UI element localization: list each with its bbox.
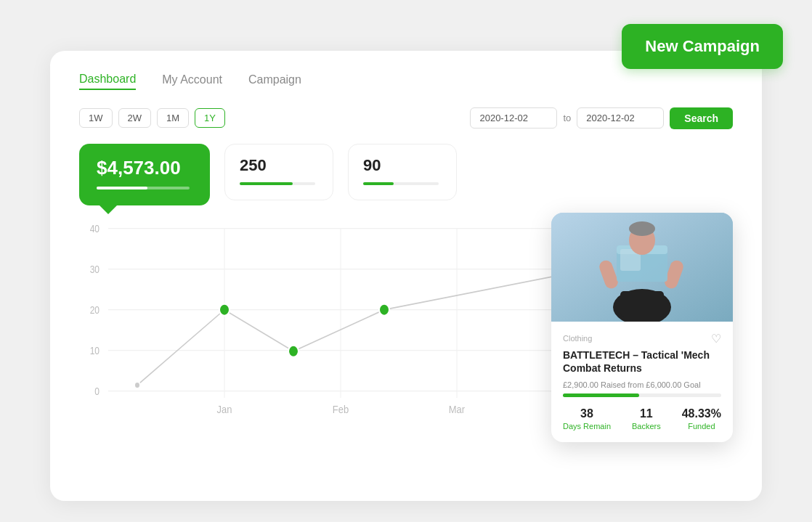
nav-my-account[interactable]: My Account [162, 73, 222, 89]
campaign-stats: 38 Days Remain 11 Backers 48.33% Funded [563, 407, 721, 431]
stat2-bar [363, 182, 439, 185]
time-btn-1m[interactable]: 1M [157, 108, 189, 128]
campaign-image [551, 213, 733, 322]
stat1-value: 250 [240, 156, 315, 175]
campaign-category: Clothing ♡ [563, 332, 721, 346]
date-from-input[interactable] [470, 107, 557, 129]
main-stat-card: $4,573.00 [79, 144, 210, 205]
stat2-bar-fill [363, 182, 394, 185]
svg-text:0: 0 [94, 386, 100, 397]
main-nav: Dashboard My Account Campaign [79, 73, 733, 90]
funded-label: Funded [682, 422, 721, 431]
svg-point-32 [629, 221, 655, 236]
stat-backers: 11 Backers [632, 407, 661, 431]
new-campaign-button[interactable]: New Campaign [622, 24, 783, 69]
stat-card-2: 90 [348, 144, 457, 200]
main-stat-bar [97, 187, 190, 189]
svg-point-17 [288, 345, 299, 356]
date-to-label: to [563, 113, 571, 123]
nav-dashboard[interactable]: Dashboard [79, 73, 136, 90]
person-illustration [551, 213, 733, 322]
svg-text:20: 20 [90, 304, 100, 316]
stat1-bar-fill [240, 182, 293, 185]
svg-text:Mar: Mar [449, 403, 466, 415]
campaign-body: Clothing ♡ BATTLETECH – Tactical 'Mech C… [551, 322, 733, 442]
main-stat-value: $4,573.00 [97, 157, 190, 179]
svg-text:40: 40 [90, 223, 100, 235]
heart-icon[interactable]: ♡ [711, 332, 721, 346]
nav-campaign[interactable]: Campaign [248, 73, 301, 89]
time-btn-1w[interactable]: 1W [79, 108, 113, 128]
svg-text:10: 10 [90, 345, 100, 356]
stat-card-1: 250 [224, 144, 333, 200]
search-button[interactable]: Search [670, 107, 733, 129]
funded-value: 48.33% [682, 407, 721, 420]
stat-days-remain: 38 Days Remain [563, 407, 611, 431]
stat2-value: 90 [363, 156, 439, 175]
backers-label: Backers [632, 422, 661, 431]
svg-point-15 [134, 381, 140, 388]
stats-row: $4,573.00 250 90 [79, 144, 733, 205]
svg-text:30: 30 [90, 264, 100, 275]
filter-row: 1W 2W 1M 1Y to Search [79, 107, 733, 129]
svg-text:Feb: Feb [333, 403, 349, 415]
progress-bar [563, 393, 721, 397]
backers-value: 11 [632, 407, 661, 420]
campaign-title: BATTLETECH – Tactical 'Mech Combat Retur… [563, 348, 721, 375]
campaign-popup-card: Clothing ♡ BATTLETECH – Tactical 'Mech C… [551, 213, 733, 442]
page-wrapper: New Campaign Dashboard My Account Campai… [15, 15, 797, 522]
svg-rect-33 [620, 291, 664, 317]
svg-point-18 [379, 303, 389, 315]
main-card: Dashboard My Account Campaign 1W 2W 1M 1… [50, 51, 762, 501]
chart-area: 40 30 20 10 0 Jan Feb Mar Jun [79, 220, 733, 423]
svg-text:Jan: Jan [217, 403, 232, 415]
svg-point-16 [219, 303, 230, 315]
days-remain-value: 38 [563, 407, 611, 420]
days-remain-label: Days Remain [563, 422, 611, 431]
time-btn-1y[interactable]: 1Y [195, 108, 225, 128]
time-btn-2w[interactable]: 2W [118, 108, 152, 128]
date-to-input[interactable] [577, 107, 664, 129]
stat1-bar [240, 182, 315, 185]
campaign-raised: £2,900.00 Raised from £6,000.00 Goal [563, 380, 721, 389]
progress-bar-fill [563, 393, 639, 397]
stat-funded: 48.33% Funded [682, 407, 721, 431]
